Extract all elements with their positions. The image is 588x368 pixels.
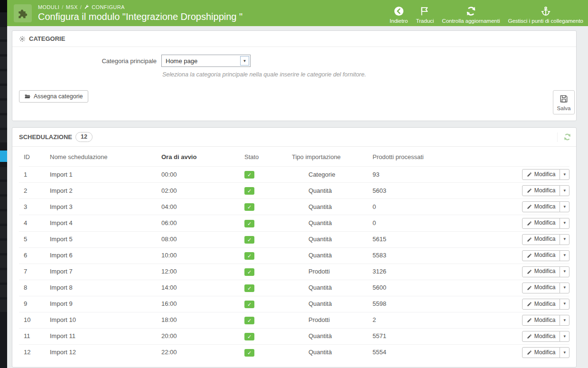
- status-enabled-badge[interactable]: ✓: [244, 268, 254, 276]
- edit-button[interactable]: Modifica: [522, 315, 560, 326]
- status-enabled-badge[interactable]: ✓: [244, 349, 254, 357]
- row-actions-cell: Modifica ▾: [467, 296, 569, 312]
- row-start-time: 12:00: [157, 264, 240, 280]
- schedule-table: ID Nome schedulazione Ora di avvio Stato…: [19, 147, 569, 360]
- edit-dropdown-toggle[interactable]: ▾: [560, 299, 569, 310]
- row-import-type: Quantità: [287, 296, 368, 312]
- edit-dropdown-toggle[interactable]: ▾: [560, 185, 569, 196]
- edit-dropdown-toggle[interactable]: ▾: [560, 347, 569, 358]
- caret-down-icon: ▾: [563, 204, 566, 210]
- row-id: 8: [19, 280, 45, 296]
- row-actions-cell: Modifica ▾: [467, 280, 569, 296]
- sidebar-item[interactable]: [0, 71, 7, 84]
- edit-button[interactable]: Modifica: [522, 299, 560, 310]
- row-processed-count: 3126: [368, 264, 467, 280]
- row-status-cell: ✓: [240, 199, 287, 215]
- sidebar-item-active[interactable]: [0, 151, 7, 162]
- select-caret-icon[interactable]: ▼: [240, 56, 249, 66]
- pencil-icon: [527, 237, 532, 242]
- sidebar-item[interactable]: [0, 42, 7, 54]
- sidebar-item[interactable]: [0, 255, 7, 268]
- edit-dropdown-toggle[interactable]: ▾: [560, 331, 569, 342]
- breadcrumb-msx[interactable]: MSX: [66, 4, 78, 10]
- status-enabled-badge[interactable]: ✓: [244, 203, 254, 211]
- status-enabled-badge[interactable]: ✓: [244, 301, 254, 308]
- manage-hooks-button[interactable]: Gestisci i punti di collegamento: [508, 6, 583, 24]
- edit-button[interactable]: Modifica: [522, 234, 560, 245]
- row-processed-count: 5583: [368, 247, 467, 264]
- edit-dropdown-toggle[interactable]: ▾: [560, 169, 569, 180]
- edit-button[interactable]: Modifica: [522, 331, 560, 342]
- sidebar-item[interactable]: [0, 270, 7, 283]
- status-enabled-badge[interactable]: ✓: [244, 171, 254, 179]
- edit-button[interactable]: Modifica: [522, 169, 560, 180]
- table-row: 10 Import 10 18:00 ✓ Prodotti 2 Modifica: [19, 312, 569, 328]
- sidebar-item[interactable]: [0, 27, 7, 39]
- status-enabled-badge[interactable]: ✓: [244, 252, 254, 260]
- main-category-form-row: Categoria principale Home page ▼ Selezio…: [12, 47, 576, 78]
- row-id: 10: [19, 312, 45, 328]
- sidebar-item[interactable]: [0, 130, 7, 142]
- sidebar-item[interactable]: [0, 211, 7, 224]
- sidebar-item[interactable]: [0, 285, 7, 297]
- edit-button[interactable]: Modifica: [522, 250, 560, 261]
- translate-button[interactable]: Traduci: [416, 6, 434, 24]
- selected-option: Home page: [166, 57, 197, 65]
- sidebar-item[interactable]: [0, 182, 7, 194]
- edit-button[interactable]: Modifica: [522, 185, 560, 196]
- sidebar-item[interactable]: [0, 101, 7, 113]
- back-button[interactable]: Indietro: [390, 6, 408, 24]
- row-status-cell: ✓: [240, 231, 287, 247]
- status-enabled-badge[interactable]: ✓: [244, 220, 254, 227]
- assign-categories-button[interactable]: Assegna categorie: [19, 90, 88, 103]
- caret-down-icon: ▾: [563, 285, 566, 291]
- sidebar-item[interactable]: [0, 197, 7, 209]
- flag-icon: [420, 6, 430, 17]
- sidebar-item[interactable]: [0, 167, 7, 179]
- edit-button[interactable]: Modifica: [522, 266, 560, 277]
- panel-refresh-icon[interactable]: [557, 132, 571, 142]
- sidebar-item[interactable]: [0, 226, 7, 238]
- check-updates-button[interactable]: Controlla aggiornamenti: [442, 6, 500, 24]
- row-actions-cell: Modifica ▾: [467, 183, 569, 199]
- status-enabled-badge[interactable]: ✓: [244, 333, 254, 340]
- status-enabled-badge[interactable]: ✓: [244, 317, 254, 324]
- edit-button[interactable]: Modifica: [522, 347, 560, 358]
- row-id: 12: [19, 344, 45, 360]
- edit-dropdown-toggle[interactable]: ▾: [560, 201, 569, 212]
- edit-button[interactable]: Modifica: [522, 201, 560, 212]
- status-enabled-badge[interactable]: ✓: [244, 236, 254, 244]
- edit-dropdown-toggle[interactable]: ▾: [560, 234, 569, 245]
- action-label: Gestisci i punti di collegamento: [508, 18, 583, 24]
- row-schedule-name: Import 12: [45, 344, 157, 360]
- edit-button[interactable]: Modifica: [522, 283, 560, 293]
- sidebar-item[interactable]: [0, 241, 7, 253]
- edit-label: Modifica: [534, 203, 556, 211]
- sidebar-item[interactable]: [0, 57, 7, 69]
- status-enabled-badge[interactable]: ✓: [244, 187, 254, 195]
- row-start-time: 20:00: [157, 328, 240, 344]
- sidebar-item[interactable]: [0, 300, 7, 312]
- column-status: Stato: [240, 147, 287, 167]
- row-id: 3: [19, 199, 45, 215]
- pencil-icon: [527, 188, 532, 193]
- edit-dropdown-toggle[interactable]: ▾: [560, 250, 569, 261]
- main-category-select[interactable]: Home page ▼: [161, 55, 251, 67]
- edit-dropdown-toggle[interactable]: ▾: [560, 218, 569, 229]
- collapsed-sidebar[interactable]: [0, 0, 7, 368]
- row-start-time: 10:00: [157, 247, 240, 264]
- save-button[interactable]: Salva: [553, 90, 575, 114]
- table-row: 11 Import 11 20:00 ✓ Quantità 5571 Modif…: [19, 328, 569, 344]
- edit-dropdown-toggle[interactable]: ▾: [560, 283, 569, 293]
- sidebar-item[interactable]: [0, 86, 7, 98]
- edit-dropdown-toggle[interactable]: ▾: [560, 315, 569, 326]
- breadcrumb-moduli[interactable]: MODULI: [38, 4, 59, 10]
- sidebar-item[interactable]: [0, 115, 7, 128]
- check-icon: ✓: [247, 218, 252, 229]
- row-actions-cell: Modifica ▾: [467, 344, 569, 360]
- edit-dropdown-toggle[interactable]: ▾: [560, 266, 569, 277]
- check-icon: ✓: [247, 299, 252, 310]
- sidebar-logo-block[interactable]: [0, 0, 7, 12]
- edit-button[interactable]: Modifica: [522, 218, 560, 229]
- status-enabled-badge[interactable]: ✓: [244, 284, 254, 292]
